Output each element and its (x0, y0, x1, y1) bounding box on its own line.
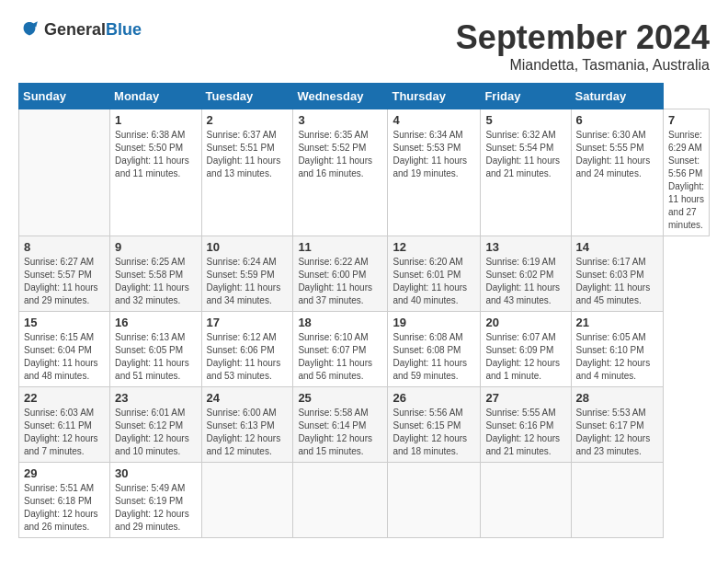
day-info: Sunrise: 5:49 AMSunset: 6:19 PMDaylight:… (115, 482, 196, 534)
header-sunday: Sunday (19, 84, 110, 109)
calendar-cell: 23Sunrise: 6:01 AMSunset: 6:12 PMDayligh… (110, 387, 201, 463)
day-number: 30 (115, 466, 196, 480)
day-number: 20 (485, 316, 565, 329)
month-year-title: September 2024 (456, 18, 710, 57)
logo-text: GeneralBlue (44, 20, 142, 40)
day-number: 22 (24, 391, 105, 405)
day-number: 6 (576, 113, 658, 127)
day-info: Sunrise: 6:35 AMSunset: 5:52 PMDaylight:… (298, 129, 382, 180)
calendar-cell (201, 463, 293, 538)
header-monday: Monday (110, 84, 201, 109)
day-number: 3 (298, 113, 382, 127)
calendar-cell: 6Sunrise: 6:30 AMSunset: 5:55 PMDaylight… (571, 109, 663, 236)
calendar-table: SundayMondayTuesdayWednesdayThursdayFrid… (18, 83, 710, 538)
day-number: 21 (576, 316, 658, 329)
day-number: 27 (485, 391, 565, 405)
day-info: Sunrise: 6:38 AMSunset: 5:50 PMDaylight:… (115, 129, 196, 180)
day-info: Sunrise: 6:20 AMSunset: 6:01 PMDaylight:… (392, 256, 475, 307)
day-info: Sunrise: 6:34 AMSunset: 5:53 PMDaylight:… (392, 129, 475, 180)
calendar-cell: 8Sunrise: 6:27 AMSunset: 5:57 PMDaylight… (19, 236, 110, 312)
calendar-week-row: 8Sunrise: 6:27 AMSunset: 5:57 PMDaylight… (19, 236, 710, 312)
calendar-cell: 15Sunrise: 6:15 AMSunset: 6:04 PMDayligh… (19, 312, 110, 387)
day-number: 28 (576, 391, 658, 405)
header: GeneralBlue September 2024 Miandetta, Ta… (18, 18, 710, 74)
day-number: 16 (115, 316, 196, 329)
calendar-cell: 2Sunrise: 6:37 AMSunset: 5:51 PMDaylight… (201, 109, 293, 236)
day-number: 13 (485, 240, 565, 254)
day-info: Sunrise: 6:24 AMSunset: 5:59 PMDaylight:… (207, 256, 289, 307)
calendar-cell (19, 109, 110, 236)
day-info: Sunrise: 6:29 AMSunset: 5:56 PMDaylight:… (668, 129, 704, 232)
day-info: Sunrise: 6:25 AMSunset: 5:58 PMDaylight:… (115, 256, 196, 307)
day-number: 1 (115, 113, 196, 127)
calendar-cell: 26Sunrise: 5:56 AMSunset: 6:15 PMDayligh… (388, 387, 481, 463)
calendar-cell: 19Sunrise: 6:08 AMSunset: 6:08 PMDayligh… (388, 312, 481, 387)
day-number: 24 (207, 391, 289, 405)
day-info: Sunrise: 5:58 AMSunset: 6:14 PMDaylight:… (298, 407, 382, 458)
header-wednesday: Wednesday (293, 84, 388, 109)
day-number: 12 (392, 240, 475, 254)
day-info: Sunrise: 6:08 AMSunset: 6:08 PMDaylight:… (392, 331, 475, 383)
calendar-cell: 21Sunrise: 6:05 AMSunset: 6:10 PMDayligh… (571, 312, 663, 387)
day-number: 26 (392, 391, 475, 405)
day-info: Sunrise: 6:17 AMSunset: 6:03 PMDaylight:… (576, 256, 658, 307)
calendar-cell: 18Sunrise: 6:10 AMSunset: 6:07 PMDayligh… (293, 312, 388, 387)
calendar-cell: 30Sunrise: 5:49 AMSunset: 6:19 PMDayligh… (110, 463, 201, 538)
calendar-cell: 13Sunrise: 6:19 AMSunset: 6:02 PMDayligh… (481, 236, 571, 312)
day-info: Sunrise: 6:19 AMSunset: 6:02 PMDaylight:… (485, 256, 565, 307)
day-info: Sunrise: 6:01 AMSunset: 6:12 PMDaylight:… (115, 407, 196, 458)
calendar-cell: 9Sunrise: 6:25 AMSunset: 5:58 PMDaylight… (110, 236, 201, 312)
location-subtitle: Miandetta, Tasmania, Australia (456, 57, 710, 74)
day-number: 4 (392, 113, 475, 127)
title-area: September 2024 Miandetta, Tasmania, Aust… (456, 18, 710, 74)
day-info: Sunrise: 6:27 AMSunset: 5:57 PMDaylight:… (24, 256, 105, 307)
day-info: Sunrise: 5:56 AMSunset: 6:15 PMDaylight:… (392, 407, 475, 458)
day-info: Sunrise: 6:12 AMSunset: 6:06 PMDaylight:… (207, 331, 289, 383)
calendar-cell: 1Sunrise: 6:38 AMSunset: 5:50 PMDaylight… (110, 109, 201, 236)
day-number: 14 (576, 240, 658, 254)
day-info: Sunrise: 6:15 AMSunset: 6:04 PMDaylight:… (24, 331, 105, 383)
calendar-cell: 3Sunrise: 6:35 AMSunset: 5:52 PMDaylight… (293, 109, 388, 236)
day-info: Sunrise: 6:05 AMSunset: 6:10 PMDaylight:… (576, 331, 658, 383)
day-info: Sunrise: 5:51 AMSunset: 6:18 PMDaylight:… (24, 482, 105, 534)
logo-icon (18, 18, 40, 40)
calendar-cell: 4Sunrise: 6:34 AMSunset: 5:53 PMDaylight… (388, 109, 481, 236)
header-saturday: Saturday (571, 84, 663, 109)
calendar-cell: 27Sunrise: 5:55 AMSunset: 6:16 PMDayligh… (481, 387, 571, 463)
calendar-cell: 16Sunrise: 6:13 AMSunset: 6:05 PMDayligh… (110, 312, 201, 387)
calendar-cell: 24Sunrise: 6:00 AMSunset: 6:13 PMDayligh… (201, 387, 293, 463)
day-info: Sunrise: 6:22 AMSunset: 6:00 PMDaylight:… (298, 256, 382, 307)
day-number: 17 (207, 316, 289, 329)
day-number: 29 (24, 466, 105, 480)
day-info: Sunrise: 6:37 AMSunset: 5:51 PMDaylight:… (207, 129, 289, 180)
calendar-week-row: 22Sunrise: 6:03 AMSunset: 6:11 PMDayligh… (19, 387, 710, 463)
day-info: Sunrise: 6:03 AMSunset: 6:11 PMDaylight:… (24, 407, 105, 458)
day-number: 23 (115, 391, 196, 405)
calendar-week-row: 15Sunrise: 6:15 AMSunset: 6:04 PMDayligh… (19, 312, 710, 387)
day-info: Sunrise: 6:10 AMSunset: 6:07 PMDaylight:… (298, 331, 382, 383)
day-info: Sunrise: 6:13 AMSunset: 6:05 PMDaylight:… (115, 331, 196, 383)
calendar-cell (571, 463, 663, 538)
day-number: 10 (207, 240, 289, 254)
calendar-cell: 25Sunrise: 5:58 AMSunset: 6:14 PMDayligh… (293, 387, 388, 463)
day-number: 11 (298, 240, 382, 254)
day-info: Sunrise: 6:30 AMSunset: 5:55 PMDaylight:… (576, 129, 658, 180)
logo: GeneralBlue (18, 18, 142, 40)
header-friday: Friday (481, 84, 571, 109)
calendar-cell: 14Sunrise: 6:17 AMSunset: 6:03 PMDayligh… (571, 236, 663, 312)
day-number: 7 (668, 113, 704, 127)
calendar-week-row: 29Sunrise: 5:51 AMSunset: 6:18 PMDayligh… (19, 463, 710, 538)
day-info: Sunrise: 6:00 AMSunset: 6:13 PMDaylight:… (207, 407, 289, 458)
day-number: 18 (298, 316, 382, 329)
calendar-cell: 29Sunrise: 5:51 AMSunset: 6:18 PMDayligh… (19, 463, 110, 538)
calendar-week-row: 1Sunrise: 6:38 AMSunset: 5:50 PMDaylight… (19, 109, 710, 236)
day-info: Sunrise: 5:55 AMSunset: 6:16 PMDaylight:… (485, 407, 565, 458)
day-number: 15 (24, 316, 105, 329)
calendar-cell (481, 463, 571, 538)
day-number: 5 (485, 113, 565, 127)
day-info: Sunrise: 6:07 AMSunset: 6:09 PMDaylight:… (485, 331, 565, 383)
calendar-cell: 7Sunrise: 6:29 AMSunset: 5:56 PMDaylight… (664, 109, 710, 236)
header-thursday: Thursday (388, 84, 481, 109)
day-number: 9 (115, 240, 196, 254)
calendar-cell: 28Sunrise: 5:53 AMSunset: 6:17 PMDayligh… (571, 387, 663, 463)
